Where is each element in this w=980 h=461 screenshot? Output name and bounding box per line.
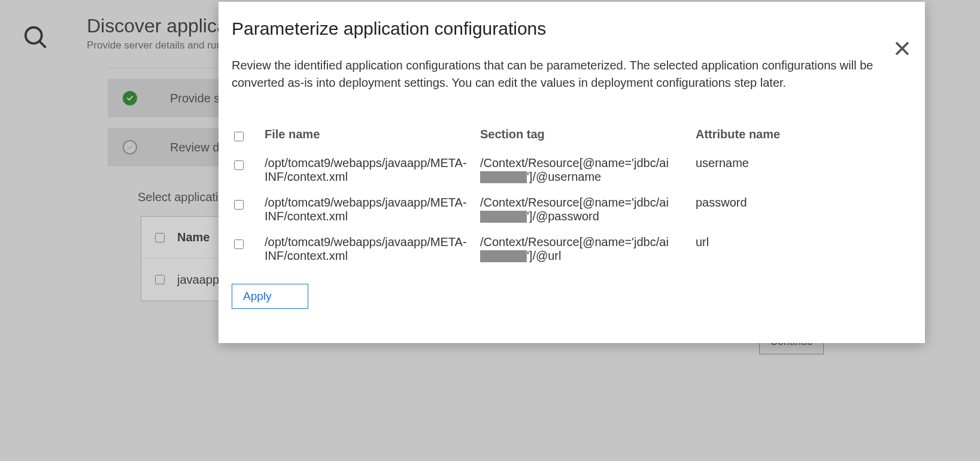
section-tag-cell: /Context/Resource[@name='jdbc/ai ']/@use… (480, 156, 696, 184)
attribute-cell: password (696, 196, 903, 210)
redacted-segment (480, 211, 527, 223)
section-tag-cell: /Context/Resource[@name='jdbc/ai ']/@url (480, 235, 696, 263)
table-row: /opt/tomcat9/webapps/javaapp/META-INF/co… (232, 229, 903, 269)
row-checkbox[interactable] (234, 239, 244, 249)
table-header-row: File name Section tag Attribute name (232, 122, 903, 150)
attribute-cell: url (696, 235, 903, 249)
apply-button[interactable]: Apply (232, 284, 308, 309)
attribute-cell: username (696, 156, 903, 170)
file-name-cell: /opt/tomcat9/webapps/javaapp/META-INF/co… (265, 196, 480, 223)
row-checkbox[interactable] (234, 160, 244, 170)
close-button[interactable] (890, 37, 914, 60)
column-header-attribute: Attribute name (696, 128, 903, 141)
redacted-segment (480, 250, 527, 262)
file-name-cell: /opt/tomcat9/webapps/javaapp/META-INF/co… (265, 156, 480, 184)
parameterize-modal: Parameterize application configurations … (219, 2, 925, 343)
redacted-segment (480, 171, 527, 183)
column-header-filename: File name (265, 128, 480, 141)
section-tag-cell: /Context/Resource[@name='jdbc/ai ']/@pas… (480, 196, 696, 223)
modal-description: Review the identified application config… (232, 57, 878, 92)
table-row: /opt/tomcat9/webapps/javaapp/META-INF/co… (232, 150, 903, 190)
select-all-checkbox[interactable] (234, 132, 244, 141)
column-header-sectiontag: Section tag (480, 128, 696, 141)
row-checkbox[interactable] (234, 200, 244, 210)
file-name-cell: /opt/tomcat9/webapps/javaapp/META-INF/co… (265, 235, 480, 263)
table-row: /opt/tomcat9/webapps/javaapp/META-INF/co… (232, 190, 903, 229)
configurations-table: File name Section tag Attribute name /op… (232, 122, 903, 269)
modal-title: Parameterize application configurations (232, 19, 903, 39)
